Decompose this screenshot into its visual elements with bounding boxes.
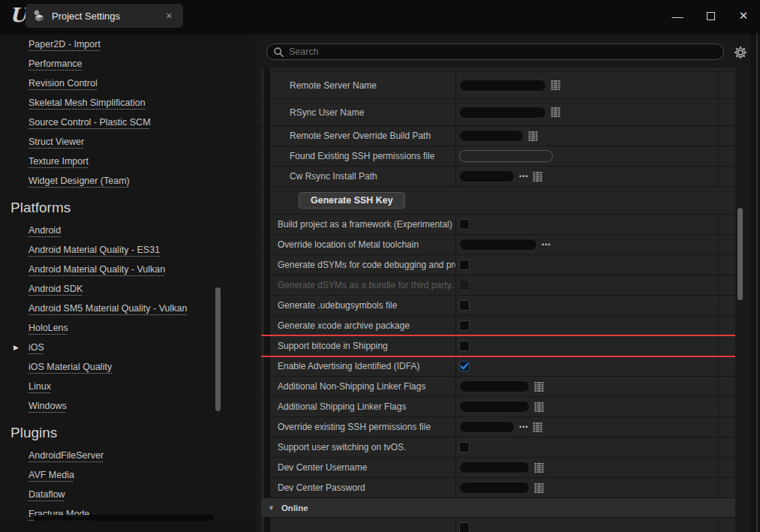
row-remote-server-override-build-path: Remote Server Override Build Path [261, 126, 735, 146]
row-enable-advertising-identified-idfa: Enable Advertising Identified (IDFA) [261, 356, 735, 377]
maximize-button[interactable] [694, 0, 727, 32]
sidebar-item-texture-import[interactable]: Texture Import [0, 152, 255, 171]
row-generate-dsyms-as-a-bundle-for-third-party: Generate dSYMs as a bundle for third par… [261, 275, 735, 296]
settings-list: Remote Server Name RSync User Name Remot… [261, 68, 735, 532]
generate-ssh-key-button[interactable]: Generate SSH Key [299, 192, 405, 209]
ellipsis-button[interactable]: ••• [519, 173, 528, 180]
tab-project-settings[interactable]: Project Settings ✕ [26, 4, 183, 28]
additional-shipping-linker-flags-field[interactable] [459, 401, 530, 413]
sidebar-item-android-material-quality-es31[interactable]: Android Material Quality - ES31 [0, 240, 255, 260]
row-support-bitcode-in-shipping: Support bitcode in Shipping [261, 336, 735, 356]
grid-icon[interactable] [534, 463, 544, 473]
additional-non-shipping-linker-flags-field[interactable] [459, 380, 530, 392]
sidebar-item-label: Revision Control [29, 78, 98, 89]
grid-icon[interactable] [534, 483, 544, 493]
sidebar-item-androidfileserver[interactable]: AndroidFileServer [0, 446, 255, 465]
row-rail [261, 255, 270, 275]
generate-udebugsymbols-file-checkbox[interactable] [459, 300, 470, 311]
row-dev-center-password: Dev Center Password [261, 478, 735, 498]
check-icon [460, 362, 469, 371]
row-end-cell [719, 417, 735, 437]
grid-icon[interactable] [533, 422, 542, 432]
row-generate-udebugsymbols-file: Generate .udebugsymbols file [261, 296, 735, 316]
row-end-cell [719, 458, 735, 477]
remote-server-name-field[interactable] [459, 80, 546, 92]
sidebar-item-label: Dataflow [29, 489, 65, 500]
support-bitcode-in-shipping-checkbox[interactable] [459, 341, 470, 351]
row-end-cell [719, 316, 735, 335]
row-label: Support bitcode in Shipping [278, 341, 388, 351]
generate-xcode-archive-package-checkbox[interactable] [459, 320, 470, 331]
row-additional-shipping-linker-flags: Additional Shipping Linker Flags [261, 397, 735, 417]
section-header-online[interactable]: ▼ Online [261, 498, 735, 518]
sidebar-item-android[interactable]: Android [0, 221, 255, 240]
tab-close-icon[interactable]: ✕ [163, 10, 176, 23]
checkbox[interactable] [459, 522, 470, 532]
sidebar-scrollbar[interactable] [215, 287, 221, 411]
sidebar-item-source-control-plastic-scm[interactable]: Source Control - Plastic SCM [0, 113, 255, 132]
build-project-as-a-framework-experimental-checkbox[interactable] [459, 219, 470, 230]
grid-icon[interactable] [534, 382, 544, 392]
ellipsis-button[interactable]: ••• [519, 424, 528, 431]
generate-dsyms-as-a-bundle-for-third-party-checkbox[interactable] [459, 280, 470, 290]
row-rail [261, 146, 270, 166]
row-end-cell [719, 72, 735, 98]
row-label: Found Existing SSH permissions file [290, 151, 434, 161]
row-rail [261, 167, 270, 186]
tab-title: Project Settings [52, 11, 120, 22]
minimize-button[interactable]: — [661, 0, 694, 32]
grid-icon[interactable] [551, 107, 560, 117]
sidebar-item-label: AVF Media [29, 470, 74, 480]
grid-icon[interactable] [528, 131, 538, 141]
override-location-of-metal-toolchain-field[interactable] [459, 239, 537, 251]
sidebar-item-android-material-quality-vulkan[interactable]: Android Material Quality - Vulkan [0, 260, 255, 279]
row-rail [261, 126, 270, 146]
sidebar-item-paper2d-import[interactable]: Paper2D - Import [0, 35, 255, 54]
row-generate-xcode-archive-package: Generate xcode archive package [261, 316, 735, 336]
enable-advertising-identified-idfa-checkbox[interactable] [459, 361, 470, 371]
expand-arrow-icon[interactable]: ▶ [14, 344, 19, 351]
grid-icon[interactable] [533, 172, 542, 182]
unreal-project-settings-window: { "window": { "tab_title": "Project Sett… [0, 0, 760, 532]
cw-rsync-install-path-field[interactable] [459, 170, 515, 182]
row-label: Remote Server Override Build Path [290, 131, 431, 141]
close-button[interactable]: ✕ [727, 0, 760, 32]
section-header-label: Online [281, 503, 308, 512]
row-end-cell [719, 99, 735, 125]
sidebar-item-dataflow[interactable]: Dataflow [0, 485, 255, 504]
sidebar-item-label: Struct Viewer [29, 137, 84, 147]
search-input[interactable] [289, 47, 716, 57]
remote-server-override-build-path-field[interactable] [459, 130, 524, 142]
grid-icon[interactable] [534, 402, 544, 412]
found-existing-ssh-permissions-file-field[interactable] [459, 150, 553, 162]
sidebar-item-performance[interactable]: Performance [0, 54, 255, 74]
row-rail [261, 336, 270, 356]
dev-center-password-field[interactable] [459, 482, 530, 494]
row-build-project-as-a-framework-experimental: Build project as a framework (Experiment… [261, 215, 735, 235]
support-user-switching-on-tvos-checkbox[interactable] [459, 442, 470, 452]
settings-gear-button[interactable] [732, 44, 749, 61]
dev-center-username-field[interactable] [459, 461, 530, 473]
override-existing-ssh-permissions-file-field[interactable] [459, 421, 515, 433]
sidebar-item-skeletal-mesh-simplification[interactable]: Skeletal Mesh Simplification [0, 93, 255, 113]
sidebar-item-revision-control[interactable]: Revision Control [0, 74, 255, 93]
ellipsis-button[interactable]: ••• [542, 242, 551, 248]
sidebar-item-label: Texture Import [29, 156, 89, 167]
sidebar-item-label: Android Material Quality - Vulkan [29, 264, 165, 275]
row-end-cell [719, 397, 735, 416]
generate-dsyms-for-code-debugging-and-pro-checkbox[interactable] [459, 260, 470, 270]
window-controls: — ✕ [661, 0, 760, 32]
row-rsync-user-name: RSync User Name [261, 99, 735, 126]
row-end-cell [719, 356, 735, 376]
row-end-cell [719, 336, 735, 356]
rsync-user-name-field[interactable] [459, 107, 546, 119]
row-label: RSync User Name [290, 107, 364, 118]
grid-icon[interactable] [551, 80, 560, 90]
sidebar-item-struct-viewer[interactable]: Struct Viewer [0, 132, 255, 152]
settings-scrollbar[interactable] [737, 208, 743, 300]
row-label: Remote Server Name [290, 80, 377, 91]
sidebar-item-avf-media[interactable]: AVF Media [0, 465, 255, 485]
sidebar-item-widget-designer-team[interactable]: Widget Designer (Team) [0, 171, 255, 191]
close-icon: ✕ [739, 9, 749, 23]
row-rail [261, 437, 270, 457]
